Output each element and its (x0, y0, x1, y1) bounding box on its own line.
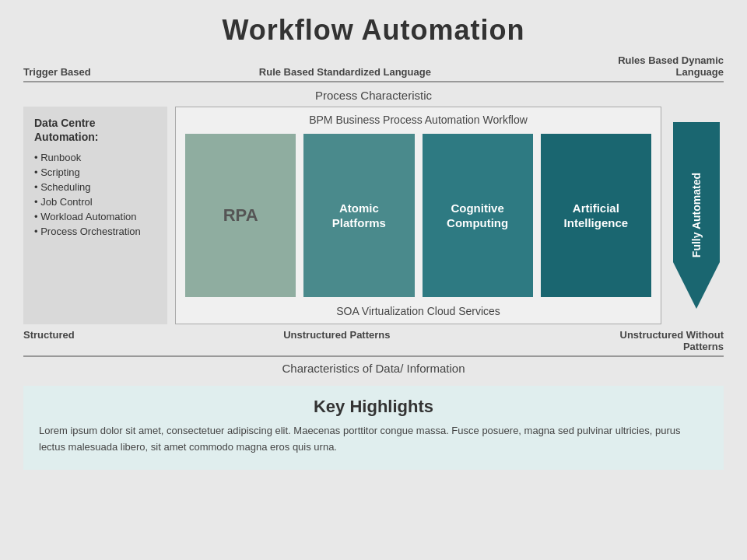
bullet-workload: Workload Automation (34, 209, 156, 224)
bullet-scheduling: Scheduling (34, 180, 156, 194)
bullet-list: Runbook Scripting Scheduling Job Control… (34, 150, 156, 239)
bullet-scripting: Scripting (34, 165, 156, 180)
main-title: Workflow Automation (0, 14, 747, 47)
key-highlights: Key Highlights Lorem ipsum dolor sit ame… (23, 386, 724, 470)
top-axis: Trigger Based Rule Based Standardized La… (0, 54, 747, 81)
bpm-box: BPM Business Process Automation Workflow… (175, 107, 661, 324)
left-panel-title: Data Centre Automation: (34, 116, 156, 144)
bullet-job-control: Job Control (34, 194, 156, 209)
bottom-axis: Structured Unstructured Patterns Unstruc… (0, 324, 747, 355)
arrow-text: Fully Automated (690, 173, 703, 257)
bullet-process: Process Orchestration (34, 224, 156, 239)
bottom-axis-center: Unstructured Patterns (283, 329, 390, 341)
right-section: BPM Business Process Automation Workflow… (175, 107, 661, 324)
highlights-title: Key Highlights (39, 397, 708, 417)
top-axis-right: Rules Based Dynamic Language (599, 54, 724, 78)
title-section: Workflow Automation (0, 0, 747, 54)
card-atomic: AtomicPlatforms (303, 134, 414, 297)
characteristics-label: Characteristics of Data/ Information (0, 357, 747, 381)
main-content: Data Centre Automation: Runbook Scriptin… (0, 107, 747, 324)
top-axis-center: Rule Based Standardized Language (259, 66, 431, 78)
top-axis-left: Trigger Based (23, 66, 91, 78)
bottom-axis-right: Unstructured Without Patterns (599, 329, 724, 352)
arrow-container: Fully Automated (669, 107, 724, 324)
bullet-runbook: Runbook (34, 150, 156, 165)
card-cognitive: CognitiveComputing (423, 134, 533, 297)
arrow-shape: Fully Automated (673, 122, 720, 309)
bottom-axis-left: Structured (23, 329, 75, 341)
process-characteristic-label: Process Characteristic (0, 82, 747, 107)
card-rpa: RPA (185, 134, 296, 297)
left-panel: Data Centre Automation: Runbook Scriptin… (23, 107, 167, 324)
highlights-text: Lorem ipsum dolor sit amet, consectetuer… (39, 423, 708, 456)
card-ai: ArtificialIntelligence (541, 134, 651, 297)
soa-label: SOA Virtualization Cloud Services (185, 305, 651, 317)
cards-row: RPA AtomicPlatforms CognitiveComputing A… (185, 134, 651, 297)
bpm-label: BPM Business Process Automation Workflow (185, 114, 651, 126)
